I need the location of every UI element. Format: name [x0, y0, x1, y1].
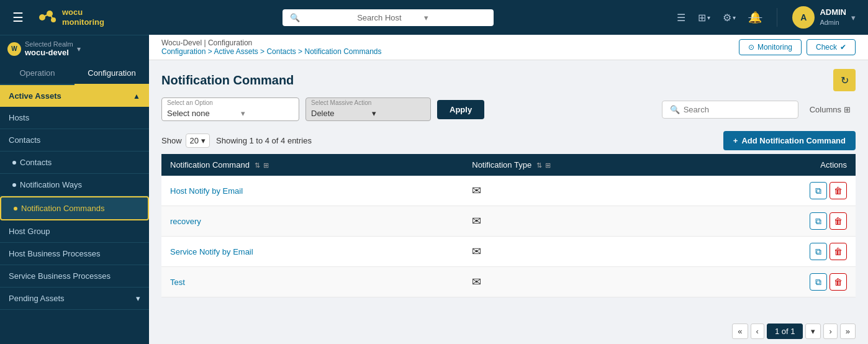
hamburger-button[interactable]: ☰ [7, 7, 29, 27]
notification-commands-dot [14, 207, 17, 210]
row-3-copy-button[interactable]: ⧉ [810, 243, 827, 260]
show-wrap: Show 20 ▾ [161, 134, 210, 148]
notification-commands-table: Notification Command ⇅ ⊞ Notification Ty… [161, 154, 856, 297]
current-page: 1 of 1 [767, 324, 803, 339]
sort-icon-command[interactable]: ⇅ [255, 161, 260, 169]
realm-bar[interactable]: W Selected Realm wocu-devel ▾ [0, 35, 149, 62]
search-icon: 🔍 [290, 13, 352, 22]
massive-action-dropdown[interactable]: Delete ▾ [306, 106, 430, 120]
select-option-dropdown[interactable]: Select none ▾ [162, 106, 299, 120]
massive-action-value: Delete [311, 109, 335, 118]
user-caret-icon: ▾ [851, 13, 856, 22]
select-option-value: Select none [167, 109, 210, 118]
apply-button[interactable]: Apply [437, 100, 484, 119]
sidebar-item-hosts[interactable]: Hosts [0, 107, 149, 129]
row-2-name[interactable]: recovery [161, 206, 463, 237]
show-caret: ▾ [201, 136, 206, 145]
user-area[interactable]: A ADMIN Admin ▾ [787, 4, 861, 31]
table-controls: Show 20 ▾ Showing 1 to 4 of 4 entries + … [149, 127, 868, 154]
entries-info: Showing 1 to 4 of 4 entries [216, 136, 312, 145]
realm-selector[interactable]: W Selected Realm wocu-devel ▾ [7, 40, 81, 57]
avatar: A [792, 6, 815, 29]
realm-name: wocu-devel [25, 48, 73, 57]
page-dropdown[interactable]: ▾ [805, 324, 821, 339]
row-4-actions: ⧉ 🗑 [713, 267, 856, 297]
contacts-parent-label: Contacts [9, 135, 40, 145]
row-2-delete-button[interactable]: 🗑 [830, 212, 847, 230]
realm-label: Selected Realm [25, 40, 73, 48]
sidebar: W Selected Realm wocu-devel ▾ Operation … [0, 35, 149, 344]
check-button[interactable]: Check ✔ [807, 39, 856, 55]
grid-icon-command[interactable]: ⊞ [263, 161, 269, 169]
row-4-delete-button[interactable]: 🗑 [830, 273, 847, 291]
first-page-button[interactable]: « [732, 324, 748, 339]
nav-icons: ☰ ⊞ ▾ ⚙ ▾ 🔔 [672, 7, 767, 28]
massive-action-label: Select Massive Action [306, 98, 430, 106]
alert-nav-button[interactable]: 🔔 [743, 7, 767, 28]
show-value: 20 [190, 136, 199, 145]
grid-icon-type[interactable]: ⊞ [545, 161, 551, 169]
row-1-copy-button[interactable]: ⧉ [810, 182, 827, 199]
row-2-actions: ⧉ 🗑 [713, 206, 856, 237]
row-1-actions: ⧉ 🗑 [713, 176, 856, 206]
search-input[interactable] [684, 105, 790, 114]
row-1-name[interactable]: Host Notify by Email [161, 176, 463, 206]
check-label: Check [816, 43, 837, 52]
breadcrumb-bar: Wocu-Devel | Configuration Configuration… [149, 35, 868, 60]
search-icon: 🔍 [670, 105, 680, 114]
refresh-button[interactable]: ↻ [833, 69, 856, 91]
last-page-button[interactable]: » [840, 324, 856, 339]
pending-assets-caret: ▾ [136, 294, 140, 303]
host-bp-label: Host Business Processes [9, 249, 100, 258]
tab-operation[interactable]: Operation [0, 62, 75, 84]
host-group-label: Host Group [9, 227, 50, 236]
table-row: Host Notify by Email ✉ ⧉ 🗑 [161, 176, 856, 206]
add-notification-command-button[interactable]: + Add Notification Command [723, 131, 856, 150]
search-host-bar[interactable]: 🔍 Search Host ▾ [283, 9, 494, 26]
sidebar-item-service-business-processes[interactable]: Service Business Processes [0, 265, 149, 287]
monitoring-icon: ⊙ [748, 43, 754, 52]
filter-bar: Select an Option Select none ▾ Select Ma… [149, 91, 868, 127]
next-page-button[interactable]: › [823, 324, 837, 339]
sidebar-section-pending-assets[interactable]: Pending Assets ▾ [0, 287, 149, 310]
logo-text: wocu monitoring [62, 7, 104, 27]
col-notification-command: Notification Command ⇅ ⊞ [161, 154, 463, 176]
logo-icon [36, 6, 58, 29]
bookmark-nav-button[interactable]: ⊞ ▾ [693, 8, 715, 27]
massive-action-wrap: Select Massive Action Delete ▾ [305, 97, 431, 121]
columns-icon: ⊞ [844, 105, 851, 114]
sidebar-tabs: Operation Configuration [0, 62, 149, 85]
row-4-type: ✉ [463, 267, 713, 297]
sidebar-item-notification-ways[interactable]: Notification Ways [0, 174, 149, 196]
row-4-name[interactable]: Test [161, 267, 463, 297]
row-3-delete-button[interactable]: 🗑 [830, 243, 847, 260]
settings-nav-button[interactable]: ⚙ ▾ [718, 8, 741, 27]
table-row: Service Notify by Email ✉ ⧉ 🗑 [161, 237, 856, 267]
monitoring-button[interactable]: ⊙ Monitoring [739, 39, 802, 55]
breadcrumb-path: Configuration > Active Assets > Contacts… [161, 47, 382, 56]
row-3-name[interactable]: Service Notify by Email [161, 237, 463, 267]
row-4-copy-button[interactable]: ⧉ [810, 273, 827, 291]
row-3-actions: ⧉ 🗑 [713, 237, 856, 267]
sidebar-item-host-business-processes[interactable]: Host Business Processes [0, 243, 149, 265]
service-bp-label: Service Business Processes [9, 271, 111, 281]
sidebar-item-contacts-parent[interactable]: Contacts [0, 129, 149, 152]
tab-configuration[interactable]: Configuration [75, 62, 149, 85]
show-select[interactable]: 20 ▾ [186, 134, 210, 148]
sort-icon-type[interactable]: ⇅ [536, 161, 542, 169]
select-option-wrap: Select an Option Select none ▾ [161, 97, 299, 121]
refresh-icon: ↻ [841, 75, 849, 86]
row-1-type: ✉ [463, 176, 713, 206]
list-nav-button[interactable]: ☰ [672, 8, 690, 27]
row-2-copy-button[interactable]: ⧉ [810, 212, 827, 230]
sidebar-item-contacts[interactable]: Contacts [0, 152, 149, 174]
prev-page-button[interactable]: ‹ [751, 324, 764, 339]
columns-button[interactable]: Columns ⊞ [805, 101, 856, 118]
sidebar-section-active-assets[interactable]: Active Assets ▲ [0, 85, 149, 107]
sidebar-item-notification-commands[interactable]: Notification Commands [0, 196, 149, 220]
realm-caret-icon: ▾ [77, 45, 81, 53]
sidebar-item-host-group[interactable]: Host Group [0, 220, 149, 243]
row-2-type: ✉ [463, 206, 713, 237]
row-1-delete-button[interactable]: 🗑 [830, 182, 847, 199]
search-host-caret: ▾ [424, 13, 486, 22]
